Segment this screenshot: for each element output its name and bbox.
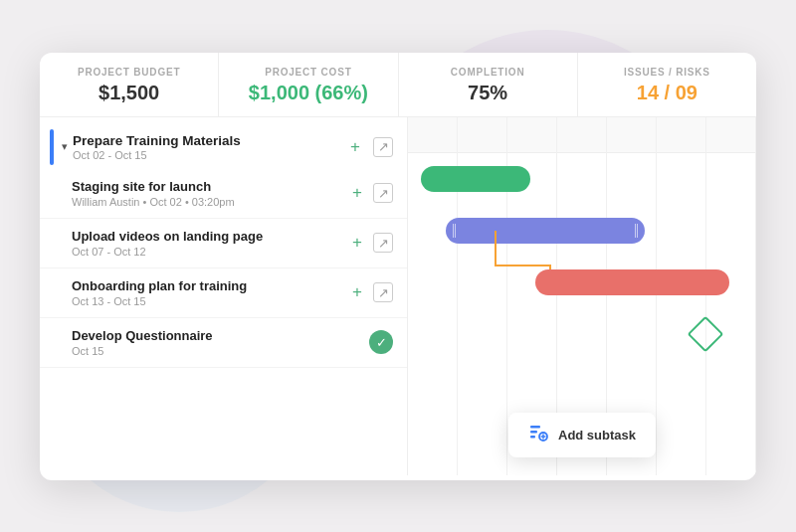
stat-issues: ISSUES / RISKS 14 / 09 [578, 53, 756, 116]
task-meta: Oct 07 - Oct 12 [72, 246, 347, 258]
task-info: Onboarding plan for training Oct 13 - Oc… [72, 278, 347, 307]
task-name: Upload videos on landing page [72, 229, 347, 244]
add-subtask-popup[interactable]: Add subtask [508, 413, 656, 457]
svg-rect-3 [530, 436, 535, 439]
task-row[interactable]: Staging site for launch William Austin •… [40, 169, 407, 219]
task-name: Staging site for launch [72, 179, 347, 194]
task-complete-icon[interactable]: ✓ [369, 330, 393, 354]
group-dates: Oct 02 - Oct 15 [73, 149, 241, 161]
svg-rect-1 [530, 426, 540, 429]
group-external-link-button[interactable]: ↗ [373, 137, 393, 157]
gantt-bars-container [408, 153, 756, 360]
main-card: PROJECT BUDGET $1,500 PROJECT COST $1,00… [40, 53, 756, 480]
gantt-milestone-diamond[interactable] [688, 315, 724, 352]
task-meta: William Austin • Oct 02 • 03:20pm [72, 196, 347, 208]
task-row[interactable]: Develop Questionnaire Oct 15 ✓ [40, 318, 407, 368]
gantt-bar-blue[interactable] [446, 218, 645, 244]
gantt-bar-row-onboarding [416, 257, 748, 308]
stat-project-cost: PROJECT COST $1,000 (66%) [219, 53, 398, 116]
group-header: ▾ Prepare Training Materials Oct 02 - Oc… [40, 117, 407, 169]
task-external-button[interactable]: ↗ [373, 233, 393, 253]
gantt-bar-row-staging [416, 153, 748, 205]
bar-grip-right [635, 224, 638, 238]
add-subtask-icon [528, 423, 548, 447]
task-row[interactable]: Upload videos on landing page Oct 07 - O… [40, 219, 407, 268]
task-external-button[interactable]: ↗ [373, 282, 393, 302]
chevron-down-icon[interactable]: ▾ [62, 140, 68, 153]
task-add-button[interactable]: + [347, 282, 367, 302]
gantt-bar-row-questionnaire [416, 308, 748, 360]
gantt-bar-row-upload [416, 205, 748, 257]
task-actions: + ↗ [347, 233, 393, 253]
stat-completion-value: 75% [417, 82, 559, 104]
stats-row: PROJECT BUDGET $1,500 PROJECT COST $1,00… [40, 53, 756, 117]
task-info: Develop Questionnaire Oct 15 [72, 328, 369, 357]
task-add-button[interactable]: + [347, 183, 367, 203]
task-external-button[interactable]: ↗ [373, 183, 393, 203]
gantt-area: Add subtask [408, 117, 756, 475]
stat-budget-value: $1,500 [58, 82, 200, 104]
task-list: ▾ Prepare Training Materials Oct 02 - Oc… [40, 117, 408, 475]
task-name: Onboarding plan for training [72, 278, 347, 293]
svg-rect-2 [530, 431, 537, 434]
task-actions: ✓ [369, 330, 393, 354]
gantt-bar-green[interactable] [421, 166, 530, 192]
stat-issues-value: 14 / 09 [596, 82, 738, 104]
group-title-block: Prepare Training Materials Oct 02 - Oct … [73, 133, 241, 161]
stat-project-budget: PROJECT BUDGET $1,500 [40, 53, 219, 116]
task-add-button[interactable]: + [347, 233, 367, 253]
bar-grip-left [453, 224, 456, 238]
task-info: Staging site for launch William Austin •… [72, 179, 347, 208]
group-add-button[interactable]: + [345, 137, 365, 157]
body-area: ▾ Prepare Training Materials Oct 02 - Oc… [40, 117, 756, 475]
group-title: Prepare Training Materials [73, 133, 241, 148]
group-actions: + ↗ [345, 137, 393, 157]
task-meta: Oct 13 - Oct 15 [72, 295, 347, 307]
stat-issues-label: ISSUES / RISKS [596, 67, 738, 78]
stat-completion-label: COMPLETION [417, 67, 559, 78]
task-info: Upload videos on landing page Oct 07 - O… [72, 229, 347, 258]
task-row[interactable]: Onboarding plan for training Oct 13 - Oc… [40, 268, 407, 318]
task-actions: + ↗ [347, 183, 393, 203]
stat-cost-value: $1,000 (66%) [237, 82, 379, 104]
task-name: Develop Questionnaire [72, 328, 369, 343]
stat-budget-label: PROJECT BUDGET [58, 67, 200, 78]
stat-cost-label: PROJECT COST [237, 67, 379, 78]
task-meta: Oct 15 [72, 345, 369, 357]
task-actions: + ↗ [347, 282, 393, 302]
group-color-bar [50, 129, 54, 165]
group-header-left: ▾ Prepare Training Materials Oct 02 - Oc… [62, 133, 345, 161]
add-subtask-label: Add subtask [558, 428, 636, 443]
gantt-bar-red[interactable] [535, 269, 729, 295]
stat-completion: COMPLETION 75% [399, 53, 578, 116]
